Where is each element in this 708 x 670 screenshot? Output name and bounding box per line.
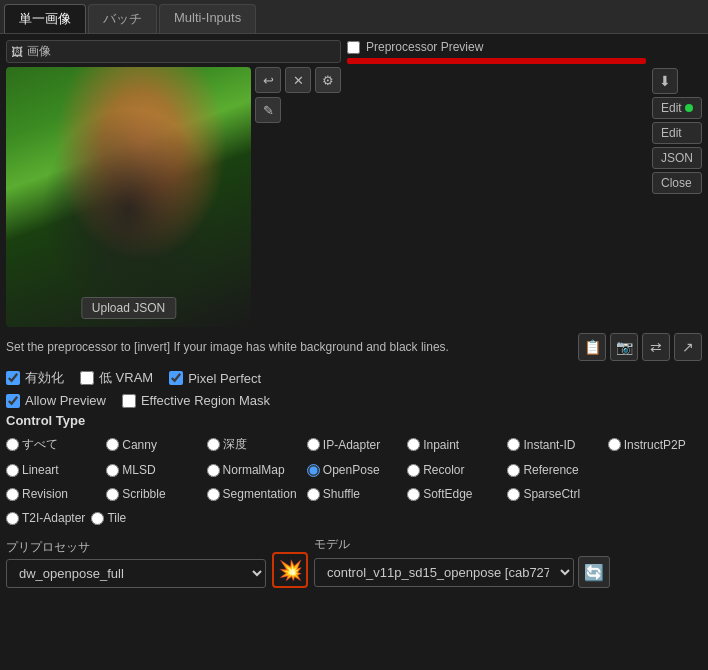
radio-shuffle[interactable]: Shuffle xyxy=(305,484,403,504)
radio-ip-adapter-input[interactable] xyxy=(307,438,320,451)
enabled-checkbox-item[interactable]: 有効化 xyxy=(6,369,64,387)
radio-all-input[interactable] xyxy=(6,438,19,451)
close-button[interactable]: Close xyxy=(652,172,702,194)
radio-sparsectrl[interactable]: SparseCtrl xyxy=(505,484,603,504)
json-button[interactable]: JSON xyxy=(652,147,702,169)
preview-header: Preprocessor Preview xyxy=(347,40,646,54)
radio-segmentation[interactable]: Segmentation xyxy=(205,484,303,504)
tab-multi-inputs[interactable]: Multi-Inputs xyxy=(159,4,256,33)
model-select-wrapper: control_v11p_sd15_openpose [cab727d4] 🔄 xyxy=(314,556,610,588)
radio-shuffle-input[interactable] xyxy=(307,488,320,501)
radio-openpose[interactable]: OpenPose xyxy=(305,460,403,480)
radio-canny[interactable]: Canny xyxy=(104,433,202,456)
radio-normalmap-input[interactable] xyxy=(207,464,220,477)
radio-lineart-label: Lineart xyxy=(22,463,59,477)
edit-button[interactable]: ✎ xyxy=(255,97,281,123)
radio-softedge[interactable]: SoftEdge xyxy=(405,484,503,504)
radio-canny-input[interactable] xyxy=(106,438,119,451)
low-vram-label: 低 VRAM xyxy=(99,369,153,387)
low-vram-checkbox[interactable] xyxy=(80,371,94,385)
radio-revision[interactable]: Revision xyxy=(4,484,102,504)
model-select[interactable]: control_v11p_sd15_openpose [cab727d4] xyxy=(314,558,574,587)
download-button[interactable]: ⬇ xyxy=(652,68,678,94)
radio-normalmap[interactable]: NormalMap xyxy=(205,460,303,480)
radio-scribble-input[interactable] xyxy=(106,488,119,501)
radio-t2i-adapter-label: T2I-Adapter xyxy=(22,511,85,525)
effective-region-checkbox[interactable] xyxy=(122,394,136,408)
image-label-icon: 🖼 xyxy=(11,45,23,59)
low-vram-checkbox-item[interactable]: 低 VRAM xyxy=(80,369,153,387)
edit-green-button[interactable]: Edit xyxy=(652,97,702,119)
radio-lineart[interactable]: Lineart xyxy=(4,460,102,480)
radio-canny-label: Canny xyxy=(122,438,157,452)
preview-checkbox[interactable] xyxy=(347,41,360,54)
radio-mlsd[interactable]: MLSD xyxy=(104,460,202,480)
radio-openpose-input[interactable] xyxy=(307,464,320,477)
right-buttons-panel: ⬇ Edit Edit JSON Close xyxy=(652,40,702,194)
upload-json-button[interactable]: Upload JSON xyxy=(81,297,176,319)
radio-instructp2p[interactable]: InstructP2P xyxy=(606,433,704,456)
radio-recolor-label: Recolor xyxy=(423,463,464,477)
swap-icon-btn[interactable]: ⇄ xyxy=(642,333,670,361)
radio-sparsectrl-input[interactable] xyxy=(507,488,520,501)
refresh-model-button[interactable]: 🔄 xyxy=(578,556,610,588)
radio-instant-id[interactable]: Instant-ID xyxy=(505,433,603,456)
radio-segmentation-input[interactable] xyxy=(207,488,220,501)
clear-button[interactable]: ✕ xyxy=(285,67,311,93)
image-upload-zone[interactable]: Upload JSON xyxy=(6,67,251,327)
radio-mlsd-input[interactable] xyxy=(106,464,119,477)
info-bar: Set the preprocessor to [invert] If your… xyxy=(0,329,708,365)
edit-button-2[interactable]: Edit xyxy=(652,122,702,144)
radio-recolor[interactable]: Recolor xyxy=(405,460,503,480)
radio-normalmap-label: NormalMap xyxy=(223,463,285,477)
control-type-grid-2: Lineart MLSD NormalMap OpenPose Recolor … xyxy=(0,458,708,482)
radio-revision-label: Revision xyxy=(22,487,68,501)
radio-inpaint-input[interactable] xyxy=(407,438,420,451)
radio-depth-input[interactable] xyxy=(207,438,220,451)
radio-tile[interactable]: Tile xyxy=(89,508,128,528)
radio-scribble[interactable]: Scribble xyxy=(104,484,202,504)
radio-recolor-input[interactable] xyxy=(407,464,420,477)
icon-btn-row-2: ✎ xyxy=(255,97,341,123)
tab-single-image[interactable]: 単一画像 xyxy=(4,4,86,33)
preprocessor-select[interactable]: dw_openpose_full openpose openpose_face … xyxy=(6,559,266,588)
allow-preview-checkbox-item[interactable]: Allow Preview xyxy=(6,393,106,408)
radio-instructp2p-input[interactable] xyxy=(608,438,621,451)
radio-instant-id-input[interactable] xyxy=(507,438,520,451)
radio-mlsd-label: MLSD xyxy=(122,463,155,477)
radio-t2i-adapter-input[interactable] xyxy=(6,512,19,525)
preprocessor-label: プリプロセッサ xyxy=(6,539,266,556)
radio-openpose-label: OpenPose xyxy=(323,463,380,477)
camera-icon-btn[interactable]: 📷 xyxy=(610,333,638,361)
radio-all[interactable]: すべて xyxy=(4,433,102,456)
radio-ip-adapter[interactable]: IP-Adapter xyxy=(305,433,403,456)
settings-button[interactable]: ⚙ xyxy=(315,67,341,93)
pixel-perfect-checkbox-item[interactable]: Pixel Perfect xyxy=(169,371,261,386)
image-label-btn[interactable]: 🖼 画像 xyxy=(6,40,341,63)
info-text: Set the preprocessor to [invert] If your… xyxy=(6,340,570,354)
undo-button[interactable]: ↩ xyxy=(255,67,281,93)
radio-inpaint[interactable]: Inpaint xyxy=(405,433,503,456)
radio-revision-input[interactable] xyxy=(6,488,19,501)
radio-instructp2p-label: InstructP2P xyxy=(624,438,686,452)
enabled-checkbox[interactable] xyxy=(6,371,20,385)
radio-reference[interactable]: Reference xyxy=(505,460,603,480)
radio-t2i-adapter[interactable]: T2I-Adapter xyxy=(4,508,87,528)
pixel-perfect-checkbox[interactable] xyxy=(169,371,183,385)
arrow-icon-btn[interactable]: ↗ xyxy=(674,333,702,361)
fire-button[interactable]: 💥 xyxy=(272,552,308,588)
clipboard-icon-btn[interactable]: 📋 xyxy=(578,333,606,361)
options-row-2: Allow Preview Effective Region Mask xyxy=(0,391,708,410)
preprocessor-select-wrapper: dw_openpose_full openpose openpose_face … xyxy=(6,559,266,588)
allow-preview-checkbox[interactable] xyxy=(6,394,20,408)
radio-tile-input[interactable] xyxy=(91,512,104,525)
radio-softedge-input[interactable] xyxy=(407,488,420,501)
json-label: JSON xyxy=(661,151,693,165)
effective-region-checkbox-item[interactable]: Effective Region Mask xyxy=(122,393,270,408)
close-label: Close xyxy=(661,176,692,190)
radio-depth[interactable]: 深度 xyxy=(205,433,303,456)
tab-batch[interactable]: バッチ xyxy=(88,4,157,33)
radio-lineart-input[interactable] xyxy=(6,464,19,477)
model-label: モデル xyxy=(314,536,610,553)
radio-reference-input[interactable] xyxy=(507,464,520,477)
